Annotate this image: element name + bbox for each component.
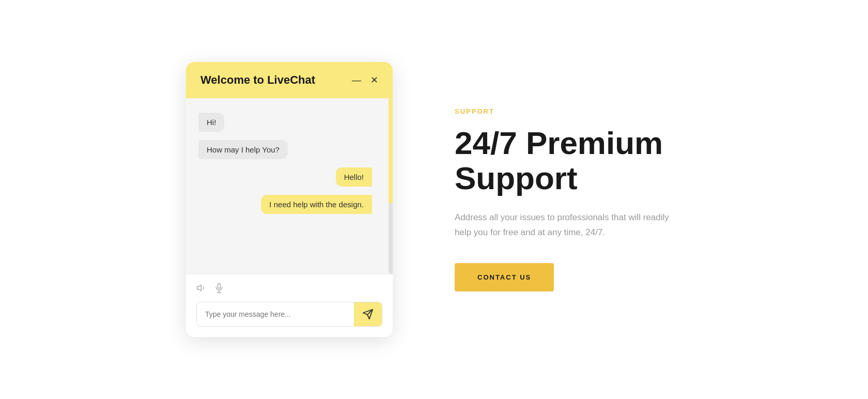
- minimize-button[interactable]: —: [352, 75, 361, 85]
- chat-footer: [186, 274, 393, 337]
- section-heading: 24/7 Premium Support: [455, 126, 682, 196]
- message-bubble-4: I need help with the design.: [261, 195, 372, 214]
- chat-title: Welcome to LiveChat: [200, 73, 315, 87]
- close-button[interactable]: ✕: [370, 75, 378, 85]
- microphone-icon[interactable]: [214, 283, 224, 296]
- content-section: SUPPORT 24/7 Premium Support Address all…: [455, 108, 682, 291]
- chat-body: Hi! How may I help You? Hello! I need he…: [186, 98, 393, 274]
- chat-input-area[interactable]: [196, 302, 382, 327]
- send-button[interactable]: [354, 302, 382, 326]
- message-bubble-2: How may I help You?: [198, 140, 288, 159]
- svg-rect-1: [218, 284, 221, 288]
- chat-header: Welcome to LiveChat — ✕: [186, 62, 393, 98]
- svg-marker-0: [197, 285, 202, 291]
- send-icon: [362, 309, 374, 320]
- message-bubble-1: Hi!: [198, 113, 224, 132]
- chat-header-controls: — ✕: [352, 75, 378, 85]
- message-bubble-3: Hello!: [336, 167, 372, 187]
- section-label: SUPPORT: [455, 108, 682, 115]
- chat-scrollbar[interactable]: [389, 98, 393, 274]
- chat-footer-icons: [196, 283, 382, 296]
- page-container: Welcome to LiveChat — ✕ Hi! How may I he…: [0, 0, 868, 399]
- chat-messages: Hi! How may I help You? Hello! I need he…: [198, 113, 380, 214]
- chat-widget: Welcome to LiveChat — ✕ Hi! How may I he…: [186, 62, 393, 337]
- contact-us-button[interactable]: CONTACT US: [455, 263, 554, 291]
- speaker-icon[interactable]: [196, 283, 207, 296]
- section-description: Address all your issues to professionals…: [455, 210, 682, 240]
- chat-message-input[interactable]: [197, 303, 354, 326]
- chat-scrollbar-thumb: [389, 98, 393, 204]
